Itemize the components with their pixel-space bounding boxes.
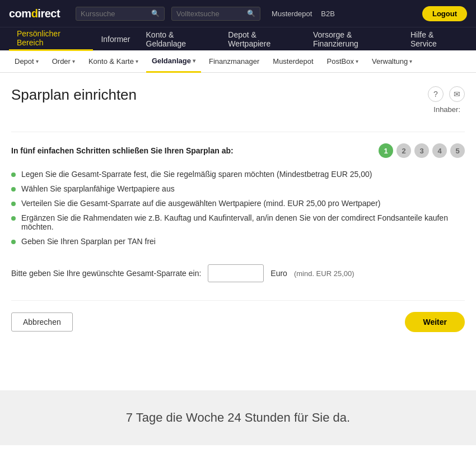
mainnav-persoenlicher-bereich[interactable]: Persönlicher Bereich [9, 27, 93, 51]
step-dot-4: 4 [432, 143, 447, 158]
inhaber-row: Inhaber: [433, 105, 465, 114]
main-content: Sparplan einrichten ? ✉ Inhaber: In fünf… [0, 73, 476, 346]
button-row: Abbrechen Weiter [11, 312, 465, 332]
inhaber-label: Inhaber: [433, 105, 460, 114]
top-links: Musterdepot B2B [272, 10, 335, 18]
bullet-icon [11, 202, 16, 206]
subnav-finanzmanager[interactable]: Finanzmanager [203, 50, 265, 73]
mainnav-depot-wertpapiere[interactable]: Depot & Wertpapiere [220, 27, 305, 51]
steps-title: In fünf einfachen Schritten schließen Si… [11, 146, 234, 155]
page-title: Sparplan einrichten [11, 86, 137, 104]
volltextsuche-box[interactable]: 🔍 [171, 7, 260, 21]
list-item: Legen Sie die Gesamt-Sparrate fest, die … [11, 167, 465, 181]
subnav-musterdepot[interactable]: Musterdepot [267, 50, 319, 73]
subnav-order[interactable]: Order ▾ [46, 50, 81, 73]
sparrate-label: Bitte geben Sie Ihre gewünschte Gesamt-S… [11, 269, 201, 278]
page-header: Sparplan einrichten ? ✉ Inhaber: [11, 86, 465, 118]
step-dot-2: 2 [396, 143, 411, 158]
bullet-icon [11, 216, 16, 221]
next-button[interactable]: Weiter [405, 312, 465, 332]
sub-navigation: Depot ▾ Order ▾ Konto & Karte ▾ Geldanla… [0, 50, 476, 73]
list-item: Verteilen Sie die Gesamt-Sparrate auf di… [11, 196, 465, 211]
step-dot-3: 3 [414, 143, 429, 158]
chevron-down-icon: ▾ [193, 58, 195, 64]
musterdepot-link[interactable]: Musterdepot [272, 10, 312, 18]
mail-icon[interactable]: ✉ [449, 86, 465, 102]
top-navigation: comdirect 🔍 🔍 Musterdepot B2B Logout [0, 0, 476, 27]
mainnav-hilfe-service[interactable]: Hilfe & Service [403, 27, 467, 51]
step-dot-1: 1 [379, 143, 393, 158]
list-item: Geben Sie Ihren Sparplan per TAN frei [11, 234, 465, 249]
step-list: Legen Sie die Gesamt-Sparrate fest, die … [11, 167, 465, 249]
subnav-verwaltung[interactable]: Verwaltung ▾ [366, 50, 418, 73]
logo: comdirect [9, 7, 60, 20]
volltextsuche-input[interactable] [176, 10, 244, 18]
subnav-postbox[interactable]: PostBox ▾ [321, 50, 364, 73]
chevron-down-icon: ▾ [356, 58, 358, 64]
help-icon[interactable]: ? [428, 86, 444, 102]
subnav-geldanlage[interactable]: Geldanlage ▾ [146, 50, 201, 73]
logout-button[interactable]: Logout [422, 6, 467, 21]
step-text-1: Legen Sie die Gesamt-Sparrate fest, die … [21, 170, 372, 179]
footer-text: 7 Tage die Woche 24 Stunden für Sie da. [20, 410, 456, 425]
steps-section: In fünf einfachen Schritten schließen Si… [11, 143, 465, 249]
euro-label: Euro [270, 269, 287, 278]
chevron-down-icon: ▾ [136, 58, 138, 64]
divider [11, 132, 465, 132]
footer-banner: 7 Tage die Woche 24 Stunden für Sie da. [0, 390, 476, 445]
sparrate-input-row: Bitte geben Sie Ihre gewünschte Gesamt-S… [11, 264, 465, 282]
main-navigation: Persönlicher Bereich Informer Konto & Ge… [0, 27, 476, 50]
chevron-down-icon: ▾ [36, 58, 39, 64]
step-text-3: Verteilen Sie die Gesamt-Sparrate auf di… [21, 199, 380, 208]
subnav-depot[interactable]: Depot ▾ [9, 50, 44, 73]
header-icons: ? ✉ [428, 86, 465, 102]
mainnav-vorsorge-finanzierung[interactable]: Vorsorge & Finanzierung [305, 27, 403, 51]
steps-header: In fünf einfachen Schritten schließen Si… [11, 143, 465, 158]
volltextsuche-icon: 🔍 [247, 10, 255, 17]
kurssuche-box[interactable]: 🔍 [76, 7, 165, 21]
kurssuche-icon: 🔍 [151, 10, 160, 17]
chevron-down-icon: ▾ [72, 58, 75, 64]
sparrate-input[interactable] [208, 264, 264, 282]
list-item: Wählen Sie sparplanfähige Wertpapiere au… [11, 181, 465, 196]
mainnav-konto-geldanlage[interactable]: Konto & Geldanlage [138, 27, 221, 51]
bullet-icon [11, 187, 16, 192]
divider-bottom [11, 300, 465, 301]
list-item: Ergänzen Sie die Rahmendaten wie z.B. Ka… [11, 211, 465, 234]
mainnav-informer[interactable]: Informer [93, 27, 138, 51]
kurssuche-input[interactable] [81, 10, 148, 18]
steps-dots: 1 2 3 4 5 [379, 143, 465, 158]
min-hint: (mind. EUR 25,00) [294, 269, 354, 278]
cancel-button[interactable]: Abbrechen [11, 312, 73, 332]
step-text-5: Geben Sie Ihren Sparplan per TAN frei [21, 237, 156, 246]
chevron-down-icon: ▾ [409, 58, 412, 64]
step-text-2: Wählen Sie sparplanfähige Wertpapiere au… [21, 184, 175, 193]
subnav-konto-karte[interactable]: Konto & Karte ▾ [83, 50, 144, 73]
bullet-icon [11, 240, 16, 244]
step-text-4: Ergänzen Sie die Rahmendaten wie z.B. Ka… [21, 213, 465, 231]
bullet-icon [11, 172, 16, 177]
b2b-link[interactable]: B2B [321, 10, 335, 18]
step-dot-5: 5 [450, 143, 465, 158]
